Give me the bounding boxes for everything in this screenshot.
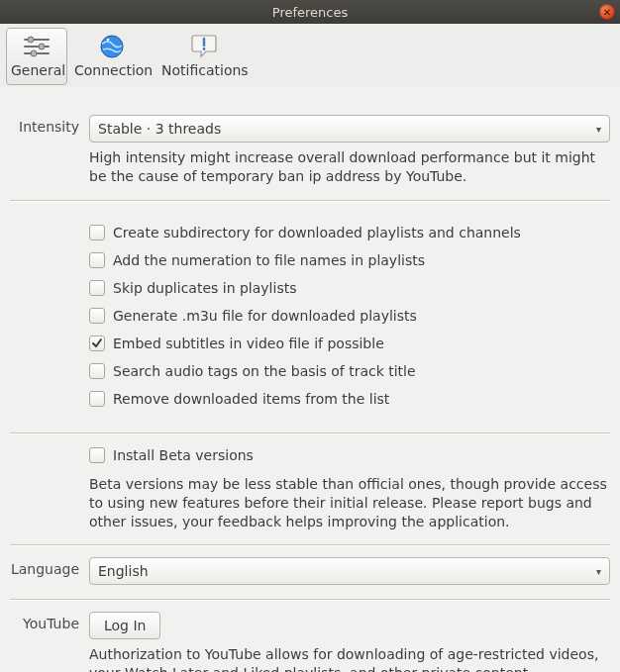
beta-help: Beta versions may be less stable than of…	[89, 475, 610, 531]
tab-label: Connection	[74, 62, 150, 78]
opt-label: Skip duplicates in playlists	[113, 280, 296, 296]
opt-label: Install Beta versions	[113, 447, 254, 463]
options-row: Create subdirectory for downloaded playl…	[10, 201, 610, 419]
prefs-toolbar: General Connection Notifications	[0, 24, 620, 87]
opt-skipdup[interactable]: Skip duplicates in playlists	[89, 280, 610, 296]
window-title: Preferences	[272, 5, 348, 20]
tab-label: General	[11, 62, 62, 78]
language-label: Language	[10, 557, 89, 577]
beta-row: Install Beta versions Beta versions may …	[10, 433, 610, 531]
youtube-label: YouTube	[10, 612, 89, 631]
chevron-down-icon: ▾	[596, 566, 601, 577]
opt-label: Remove downloaded items from the list	[113, 391, 389, 407]
checkbox[interactable]	[89, 336, 105, 351]
language-select[interactable]: English ▾	[89, 557, 610, 585]
intensity-label: Intensity	[10, 115, 89, 135]
checkbox[interactable]	[89, 308, 105, 324]
opt-tags[interactable]: Search audio tags on the basis of track …	[89, 363, 610, 379]
checkbox[interactable]	[89, 280, 105, 296]
opt-remove[interactable]: Remove downloaded items from the list	[89, 391, 610, 407]
svg-point-3	[28, 37, 34, 43]
opt-label: Generate .m3u file for downloaded playli…	[113, 308, 417, 324]
checkbox[interactable]	[89, 225, 105, 240]
close-button[interactable]: ✕	[599, 4, 615, 20]
opt-numeration[interactable]: Add the numeration to file names in play…	[89, 252, 610, 268]
globe-icon	[74, 33, 150, 60]
sliders-icon	[11, 33, 62, 60]
checkbox[interactable]	[89, 447, 105, 463]
opt-label: Search audio tags on the basis of track …	[113, 363, 416, 379]
tab-label: Notifications	[161, 62, 247, 78]
login-button[interactable]: Log In	[89, 612, 160, 639]
notification-icon	[161, 33, 247, 60]
intensity-row: Intensity Stable · 3 threads ▾ High inte…	[10, 87, 610, 186]
opt-label: Create subdirectory for downloaded playl…	[113, 225, 521, 240]
svg-point-4	[39, 44, 45, 49]
opt-label: Embed subtitles in video file if possibl…	[113, 336, 384, 351]
svg-point-5	[31, 50, 37, 56]
title-bar: Preferences ✕	[0, 0, 620, 24]
opt-label: Add the numeration to file names in play…	[113, 252, 425, 268]
tab-notifications[interactable]: Notifications	[156, 28, 252, 85]
opt-embed[interactable]: Embed subtitles in video file if possibl…	[89, 336, 610, 351]
opt-m3u[interactable]: Generate .m3u file for downloaded playli…	[89, 308, 610, 324]
youtube-row: YouTube Log In Authorization to YouTube …	[10, 600, 610, 672]
checkbox[interactable]	[89, 363, 105, 379]
opt-subdir[interactable]: Create subdirectory for downloaded playl…	[89, 225, 610, 240]
checkbox[interactable]	[89, 391, 105, 407]
checkbox[interactable]	[89, 252, 105, 268]
login-button-label: Log In	[104, 618, 146, 633]
intensity-help: High intensity might increase overall do…	[89, 148, 610, 186]
intensity-select[interactable]: Stable · 3 threads ▾	[89, 115, 610, 143]
language-value: English	[98, 563, 149, 579]
chevron-down-icon: ▾	[596, 124, 601, 135]
tab-general[interactable]: General	[6, 28, 67, 85]
intensity-value: Stable · 3 threads	[98, 121, 221, 137]
language-row: Language English ▾	[10, 545, 610, 585]
svg-point-8	[107, 39, 109, 41]
youtube-help: Authorization to YouTube allows for down…	[89, 645, 610, 672]
svg-point-10	[203, 48, 206, 50]
opt-beta[interactable]: Install Beta versions	[89, 447, 610, 463]
close-icon: ✕	[603, 7, 611, 18]
tab-connection[interactable]: Connection	[69, 28, 155, 85]
